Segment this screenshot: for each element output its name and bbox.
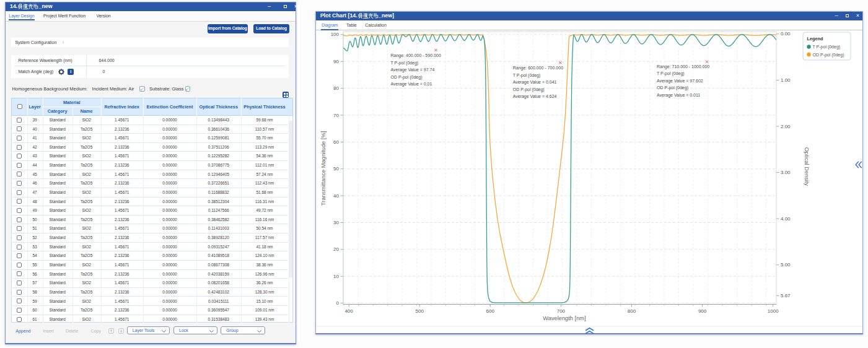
svg-text:T P-pol (0deg): T P-pol (0deg) — [391, 61, 419, 66]
svg-text:700: 700 — [557, 308, 566, 314]
svg-text:Average Value = 97.602: Average Value = 97.602 — [657, 79, 703, 84]
svg-text:600: 600 — [486, 308, 495, 314]
svg-text:60: 60 — [333, 139, 339, 145]
svg-text:40: 40 — [333, 193, 339, 199]
svg-text:Range: 600.000 - 700.000: Range: 600.000 - 700.000 — [513, 66, 563, 71]
svg-text:20: 20 — [333, 246, 339, 252]
svg-text:Average Value = 0.041: Average Value = 0.041 — [513, 80, 557, 85]
svg-text:10: 10 — [333, 274, 339, 279]
svg-text:Average Value = 97.74: Average Value = 97.74 — [391, 67, 435, 72]
svg-text:OD P-pol (0deg): OD P-pol (0deg) — [657, 85, 688, 90]
svg-text:OD P-pol (0deg): OD P-pol (0deg) — [513, 87, 545, 92]
svg-text:4.00: 4.00 — [781, 216, 791, 222]
svg-text:Range: 710.000 - 1000.000: Range: 710.000 - 1000.000 — [657, 64, 709, 69]
svg-text:800: 800 — [628, 308, 636, 314]
svg-text:T P-pol (0deg): T P-pol (0deg) — [813, 45, 841, 50]
svg-text:T P-pol (0deg): T P-pol (0deg) — [657, 71, 685, 76]
svg-text:3.00: 3.00 — [781, 170, 791, 175]
svg-text:50: 50 — [333, 166, 339, 172]
svg-text:90: 90 — [333, 59, 339, 64]
svg-text:900: 900 — [698, 308, 707, 314]
svg-text:OD P-pol (0deg): OD P-pol (0deg) — [391, 75, 423, 80]
svg-text:Legend: Legend — [807, 36, 823, 41]
svg-text:5.67: 5.67 — [781, 293, 791, 298]
svg-text:400: 400 — [344, 308, 353, 314]
svg-text:Average Value = 0.011: Average Value = 0.011 — [657, 93, 700, 98]
svg-text:1.00: 1.00 — [781, 77, 791, 83]
svg-text:Range: 400.000 - 590.000: Range: 400.000 - 590.000 — [391, 53, 441, 58]
svg-text:500: 500 — [416, 308, 424, 314]
svg-text:30: 30 — [333, 220, 339, 225]
svg-text:5.00: 5.00 — [781, 262, 791, 268]
svg-text:1000: 1000 — [768, 308, 779, 314]
svg-text:0: 0 — [336, 300, 340, 306]
svg-text:T P-pol (0deg): T P-pol (0deg) — [513, 73, 541, 78]
svg-text:80: 80 — [333, 85, 339, 91]
svg-text:Transmittance Magnitude [%]: Transmittance Magnitude [%] — [320, 131, 327, 206]
svg-text:2.00: 2.00 — [781, 124, 791, 129]
svg-text:100: 100 — [331, 32, 340, 37]
svg-text:70: 70 — [333, 113, 339, 118]
svg-text:0.00: 0.00 — [781, 31, 791, 37]
svg-text:Wavelength [nm]: Wavelength [nm] — [543, 315, 585, 321]
svg-text:OD P-pol (0deg): OD P-pol (0deg) — [813, 53, 844, 58]
svg-text:Average Value = 4.624: Average Value = 4.624 — [513, 94, 557, 99]
svg-text:Optical Density: Optical Density — [804, 147, 810, 186]
svg-text:Average Value = 0.01: Average Value = 0.01 — [391, 82, 432, 87]
